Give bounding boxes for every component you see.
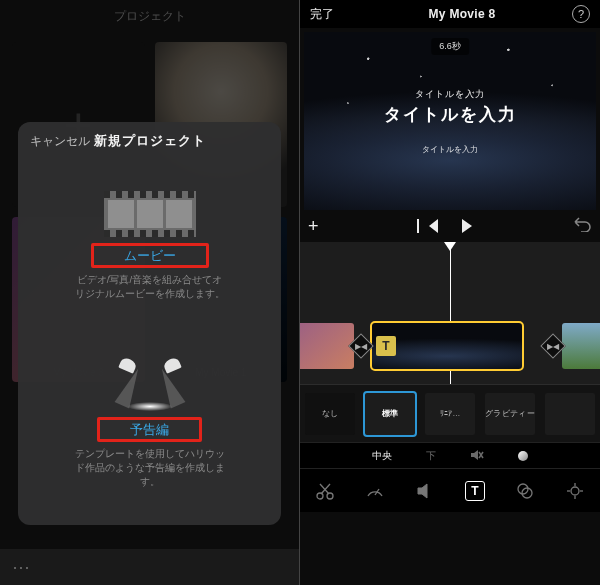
speed-tool-icon[interactable] — [365, 481, 385, 501]
title-style-chip[interactable]: 標準 — [365, 393, 415, 435]
align-center-button[interactable]: 中央 — [372, 449, 392, 463]
new-project-popup: キャンセル 新規プロジェクト ムービー ビデオ/写真/音楽を組み合せてオ リジナ… — [18, 122, 281, 525]
titles-tool-button[interactable]: T — [465, 481, 485, 501]
project-name: My Movie 8 — [352, 7, 572, 21]
svg-point-2 — [317, 493, 323, 499]
filters-tool-icon[interactable] — [515, 481, 535, 501]
editor-toolbar: T — [300, 468, 600, 512]
svg-point-7 — [518, 484, 528, 494]
svg-point-9 — [571, 487, 579, 495]
color-tool-icon[interactable] — [565, 481, 585, 501]
clip[interactable] — [300, 323, 354, 369]
trailer-option[interactable]: 予告編 テンプレートを使用してハリウッ ド作品のような予告編を作成しま す。 — [30, 335, 269, 512]
footer-bar: ⋯ — [0, 549, 299, 585]
mute-icon[interactable] — [470, 449, 484, 463]
more-icon[interactable]: ⋯ — [12, 556, 31, 578]
svg-line-5 — [320, 484, 329, 494]
preview-viewport[interactable]: 6.6秒 タイトルを入力 タイトルを入力 タイトルを入力 — [304, 32, 596, 210]
title-style-chip[interactable]: ﾘﾆｱ... — [425, 393, 475, 435]
movie-option[interactable]: ムービー ビデオ/写真/音楽を組み合せてオ リジナルムービーを作成します。 — [30, 158, 269, 335]
project-browser-screen: プロジェクト + My Movie 3 My Movie 1 ⋯ キャンセル 新… — [0, 0, 300, 585]
title-overlay-small[interactable]: タイトルを入力 — [415, 88, 485, 101]
spotlight-icon — [110, 357, 190, 413]
title-overlay-large[interactable]: タイトルを入力 — [384, 103, 517, 126]
projects-title: プロジェクト — [0, 0, 299, 32]
duration-badge: 6.6秒 — [431, 38, 469, 55]
title-align-row: 中央 下 — [300, 442, 600, 468]
svg-point-8 — [522, 488, 532, 498]
undo-button[interactable] — [572, 216, 592, 236]
svg-line-4 — [321, 484, 330, 494]
play-button[interactable] — [462, 219, 472, 233]
clip-selected[interactable]: T — [372, 323, 522, 369]
cut-tool-icon[interactable] — [315, 481, 335, 501]
editor-header: 完了 My Movie 8 ? — [300, 0, 600, 28]
movie-option-label: ムービー — [94, 243, 206, 268]
timeline[interactable]: ▶◀ T ▶◀ — [300, 242, 600, 384]
highlight-box: ムービー — [91, 243, 209, 268]
filmstrip-icon — [104, 191, 196, 237]
title-style-chip[interactable]: グラビティー — [485, 393, 535, 435]
volume-tool-icon[interactable] — [415, 481, 435, 501]
editor-screen: 完了 My Movie 8 ? 6.6秒 タイトルを入力 タイトルを入力 タイト… — [300, 0, 600, 585]
skip-start-button[interactable] — [429, 219, 438, 233]
add-media-button[interactable]: + — [308, 216, 328, 237]
highlight-box: 予告編 — [97, 417, 202, 442]
title-styles-row[interactable]: なし 標準 ﾘﾆｱ... グラビティー — [300, 384, 600, 442]
title-style-chip[interactable]: なし — [305, 393, 355, 435]
title-overlay-sub[interactable]: タイトルを入力 — [422, 144, 478, 155]
title-badge: T — [376, 336, 396, 356]
color-dot-icon[interactable] — [518, 451, 528, 461]
popup-header: キャンセル 新規プロジェクト — [30, 132, 269, 158]
cancel-button[interactable]: キャンセル — [30, 133, 90, 150]
trailer-option-desc: テンプレートを使用してハリウッ ド作品のような予告編を作成しま す。 — [75, 447, 225, 488]
movie-option-desc: ビデオ/写真/音楽を組み合せてオ リジナルムービーを作成します。 — [75, 273, 225, 301]
align-down-button[interactable]: 下 — [426, 449, 436, 463]
transport-bar: + — [300, 210, 600, 242]
svg-point-3 — [327, 493, 333, 499]
clips-row: ▶◀ T ▶◀ — [300, 322, 600, 370]
clip[interactable] — [562, 323, 600, 369]
trailer-option-label: 予告編 — [100, 417, 199, 442]
done-button[interactable]: 完了 — [310, 6, 352, 23]
title-style-chip[interactable] — [545, 393, 595, 435]
help-button[interactable]: ? — [572, 5, 590, 23]
popup-title: 新規プロジェクト — [90, 132, 209, 150]
